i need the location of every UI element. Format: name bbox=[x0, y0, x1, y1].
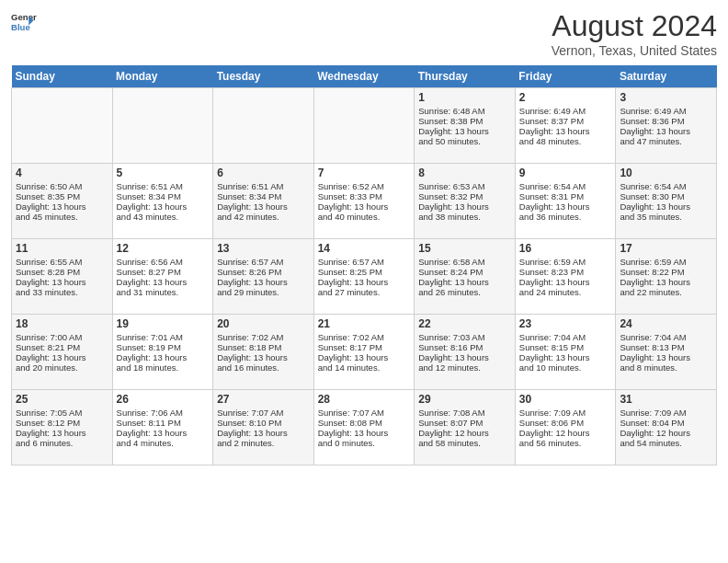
cell-1-6: 10Sunrise: 6:54 AMSunset: 8:30 PMDayligh… bbox=[616, 164, 717, 239]
cell-3-4: 22Sunrise: 7:03 AMSunset: 8:16 PMDayligh… bbox=[415, 315, 516, 390]
day-info-line: Sunrise: 6:51 AM bbox=[117, 181, 210, 191]
day-info-line: Sunset: 8:34 PM bbox=[217, 191, 310, 201]
cell-1-1: 5Sunrise: 6:51 AMSunset: 8:34 PMDaylight… bbox=[112, 164, 213, 239]
cell-2-5: 16Sunrise: 6:59 AMSunset: 8:23 PMDayligh… bbox=[515, 239, 616, 315]
day-number: 20 bbox=[217, 317, 310, 330]
day-info-line: Sunset: 8:23 PM bbox=[519, 267, 612, 277]
day-info-line: Sunrise: 7:01 AM bbox=[117, 332, 210, 342]
day-info-line: and 2 minutes. bbox=[217, 438, 310, 448]
cell-0-2 bbox=[213, 88, 314, 164]
cell-4-2: 27Sunrise: 7:07 AMSunset: 8:10 PMDayligh… bbox=[213, 390, 314, 465]
day-info-line: Sunset: 8:26 PM bbox=[217, 267, 310, 277]
day-info-line: and 0 minutes. bbox=[318, 438, 411, 448]
day-info-line: Daylight: 13 hours bbox=[117, 277, 210, 287]
day-info-line: and 35 minutes. bbox=[620, 212, 712, 222]
day-info-line: Sunset: 8:30 PM bbox=[620, 191, 712, 201]
day-info-line: Sunrise: 6:54 AM bbox=[519, 181, 612, 191]
day-info-line: Sunset: 8:18 PM bbox=[217, 342, 310, 352]
day-info-line: Sunset: 8:28 PM bbox=[16, 267, 108, 277]
cell-3-6: 24Sunrise: 7:04 AMSunset: 8:13 PMDayligh… bbox=[616, 315, 717, 390]
day-info-line: Sunset: 8:21 PM bbox=[16, 342, 108, 352]
day-info-line: and 29 minutes. bbox=[217, 287, 310, 297]
day-info-line: and 18 minutes. bbox=[117, 362, 210, 373]
day-info-line: and 38 minutes. bbox=[418, 212, 511, 222]
day-info-line: and 43 minutes. bbox=[117, 212, 210, 222]
day-info-line: Sunset: 8:33 PM bbox=[318, 191, 411, 201]
day-number: 2 bbox=[519, 91, 612, 104]
cell-0-0 bbox=[12, 88, 113, 164]
day-info-line: and 20 minutes. bbox=[16, 362, 108, 373]
day-number: 8 bbox=[418, 167, 511, 179]
header-monday: Monday bbox=[112, 65, 213, 88]
day-info-line: Sunset: 8:22 PM bbox=[620, 267, 712, 277]
cell-1-4: 8Sunrise: 6:53 AMSunset: 8:32 PMDaylight… bbox=[415, 164, 516, 239]
day-info-line: Sunrise: 7:08 AM bbox=[418, 408, 511, 418]
day-info-line: Sunrise: 7:06 AM bbox=[117, 408, 210, 418]
day-info-line: and 33 minutes. bbox=[16, 287, 108, 297]
day-info-line: Sunrise: 7:09 AM bbox=[620, 408, 712, 418]
day-info-line: Sunrise: 6:52 AM bbox=[318, 181, 411, 191]
day-info-line: Sunrise: 7:00 AM bbox=[16, 332, 108, 342]
day-info-line: Sunset: 8:34 PM bbox=[117, 191, 210, 201]
week-row-2: 4Sunrise: 6:50 AMSunset: 8:35 PMDaylight… bbox=[12, 164, 717, 239]
day-info-line: Sunrise: 6:54 AM bbox=[620, 181, 712, 191]
day-info-line: Sunset: 8:16 PM bbox=[418, 342, 511, 352]
day-info-line: Daylight: 13 hours bbox=[16, 201, 108, 212]
day-info-line: Sunrise: 7:09 AM bbox=[519, 408, 612, 418]
day-info-line: Sunrise: 7:02 AM bbox=[217, 332, 310, 342]
header-sunday: Sunday bbox=[12, 65, 113, 88]
day-info-line: and 16 minutes. bbox=[217, 362, 310, 373]
day-number: 23 bbox=[519, 317, 612, 330]
day-info-line: Sunrise: 7:04 AM bbox=[620, 332, 712, 342]
cell-2-3: 14Sunrise: 6:57 AMSunset: 8:25 PMDayligh… bbox=[313, 239, 415, 315]
day-info-line: and 31 minutes. bbox=[117, 287, 210, 297]
day-number: 27 bbox=[217, 393, 310, 406]
day-number: 24 bbox=[620, 317, 712, 330]
cell-0-3 bbox=[313, 88, 415, 164]
day-number: 11 bbox=[16, 242, 108, 255]
day-number: 29 bbox=[418, 393, 511, 406]
day-info-line: and 47 minutes. bbox=[620, 136, 712, 146]
cell-2-6: 17Sunrise: 6:59 AMSunset: 8:22 PMDayligh… bbox=[616, 239, 717, 315]
day-info-line: and 45 minutes. bbox=[16, 212, 108, 222]
day-info-line: Daylight: 13 hours bbox=[117, 352, 210, 362]
day-info-line: Sunset: 8:17 PM bbox=[318, 342, 411, 352]
cell-3-3: 21Sunrise: 7:02 AMSunset: 8:17 PMDayligh… bbox=[313, 315, 415, 390]
subtitle: Vernon, Texas, United States bbox=[552, 43, 717, 58]
day-info-line: Sunrise: 7:05 AM bbox=[16, 408, 108, 418]
day-info-line: Sunset: 8:37 PM bbox=[519, 116, 612, 126]
cell-3-1: 19Sunrise: 7:01 AMSunset: 8:19 PMDayligh… bbox=[112, 315, 213, 390]
day-info-line: Daylight: 13 hours bbox=[16, 277, 108, 287]
days-header-row: Sunday Monday Tuesday Wednesday Thursday… bbox=[12, 65, 717, 88]
day-info-line: Daylight: 13 hours bbox=[217, 277, 310, 287]
day-info-line: Daylight: 13 hours bbox=[620, 126, 712, 136]
cell-0-4: 1Sunrise: 6:48 AMSunset: 8:38 PMDaylight… bbox=[415, 88, 516, 164]
cell-4-6: 31Sunrise: 7:09 AMSunset: 8:04 PMDayligh… bbox=[616, 390, 717, 465]
day-info-line: Daylight: 13 hours bbox=[519, 126, 612, 136]
day-info-line: Sunset: 8:07 PM bbox=[418, 418, 511, 428]
day-info-line: Sunrise: 6:49 AM bbox=[519, 106, 612, 116]
day-number: 17 bbox=[620, 242, 712, 255]
day-info-line: Daylight: 12 hours bbox=[418, 428, 511, 438]
day-number: 12 bbox=[117, 242, 210, 255]
day-info-line: and 27 minutes. bbox=[318, 287, 411, 297]
day-info-line: Sunset: 8:19 PM bbox=[117, 342, 210, 352]
day-info-line: Daylight: 13 hours bbox=[117, 201, 210, 212]
day-info-line: and 12 minutes. bbox=[418, 362, 511, 373]
day-info-line: Sunset: 8:15 PM bbox=[519, 342, 612, 352]
day-info-line: Daylight: 13 hours bbox=[519, 277, 612, 287]
day-info-line: Sunset: 8:35 PM bbox=[16, 191, 108, 201]
day-info-line: and 50 minutes. bbox=[418, 136, 511, 146]
week-row-4: 18Sunrise: 7:00 AMSunset: 8:21 PMDayligh… bbox=[12, 315, 717, 390]
day-info-line: Daylight: 13 hours bbox=[418, 201, 511, 212]
cell-2-1: 12Sunrise: 6:56 AMSunset: 8:27 PMDayligh… bbox=[112, 239, 213, 315]
day-number: 13 bbox=[217, 242, 310, 255]
day-info-line: Daylight: 13 hours bbox=[519, 201, 612, 212]
cell-3-5: 23Sunrise: 7:04 AMSunset: 8:15 PMDayligh… bbox=[515, 315, 616, 390]
day-number: 14 bbox=[318, 242, 411, 255]
day-info-line: and 10 minutes. bbox=[519, 362, 612, 373]
day-info-line: and 26 minutes. bbox=[418, 287, 511, 297]
day-info-line: Sunrise: 6:50 AM bbox=[16, 181, 108, 191]
day-info-line: and 8 minutes. bbox=[620, 362, 712, 373]
cell-2-0: 11Sunrise: 6:55 AMSunset: 8:28 PMDayligh… bbox=[12, 239, 113, 315]
